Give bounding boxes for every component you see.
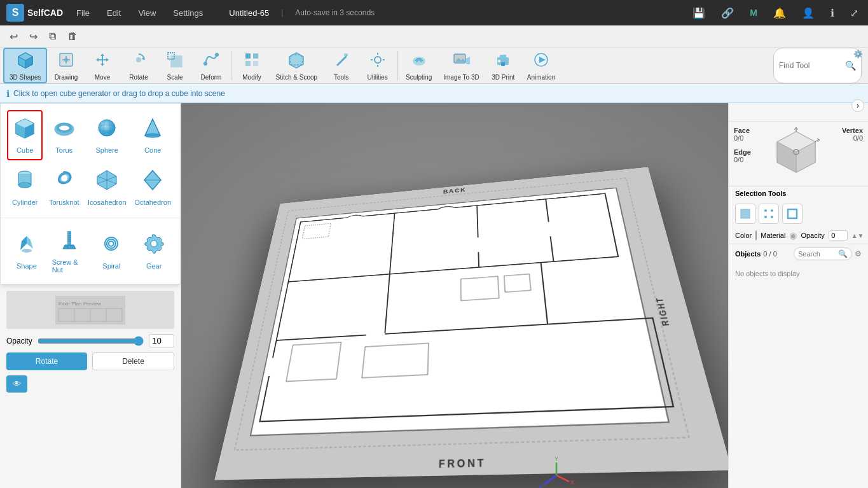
collapse-right-button[interactable]: ›: [851, 99, 864, 112]
toolbar-separator-2: [397, 51, 398, 80]
fullscreen-icon[interactable]: ⤢: [847, 7, 862, 19]
info-message: Click to open cube generator or drag to …: [13, 89, 225, 98]
cylinder-icon: [13, 169, 36, 196]
cube-icon: [13, 116, 36, 144]
toolbar-drawing[interactable]: Drawing: [48, 48, 83, 83]
find-tool-search-icon: 🔍: [845, 60, 856, 71]
shape-octahedron[interactable]: Octahedron: [132, 164, 174, 211]
shape-screwnut[interactable]: Screw & Nut: [50, 223, 89, 279]
shape-shape-icon: [15, 232, 38, 260]
objects-settings-gear[interactable]: ⚙: [855, 249, 862, 258]
sel-edge-btn[interactable]: [782, 204, 803, 224]
find-tool-search: 🔍: [773, 48, 862, 83]
shape-torusknot[interactable]: Torusknot: [46, 164, 81, 211]
shape-shape[interactable]: Shape: [7, 223, 46, 279]
viewport-bg: FRONT RIGHT BACK X Y Z: [181, 103, 728, 488]
objects-section-header: Objects 0 / 0 🔍 ⚙: [729, 244, 868, 263]
svg-rect-30: [501, 62, 505, 66]
delete-button[interactable]: 🗑: [64, 29, 81, 44]
svg-rect-7: [64, 58, 68, 62]
color-swatch[interactable]: [755, 230, 757, 241]
sphere-label: Sphere: [96, 146, 118, 154]
edge-label: Edge: [734, 148, 751, 156]
opacity-stepper[interactable]: ▲▼: [851, 232, 864, 239]
toolbar-modify[interactable]: Modify: [234, 48, 269, 83]
color-material-row: Color Material ◉ Opacity ▲▼: [729, 227, 868, 244]
menu-settings[interactable]: Settings: [169, 6, 207, 20]
notifications-icon[interactable]: 🔔: [770, 7, 789, 19]
action-buttons: Rotate Delete: [6, 352, 174, 370]
edge-value: 0/0: [734, 156, 751, 164]
advanced-shapes-grid: Shape Screw & Nut Spiral: [1, 218, 180, 284]
account-icon[interactable]: 👤: [799, 7, 818, 19]
eye-button-row: 👁: [6, 375, 174, 393]
shape-cone[interactable]: Cone: [132, 110, 174, 160]
menu-view[interactable]: View: [134, 6, 160, 20]
save-icon[interactable]: 💾: [689, 7, 708, 19]
toolbar-3dprint-label: 3D Print: [492, 74, 514, 81]
toolbar-3dprint[interactable]: 3D Print: [486, 48, 521, 83]
opacity-slider[interactable]: [38, 336, 144, 346]
viewport[interactable]: FRONT RIGHT BACK X Y Z: [181, 103, 728, 488]
svg-text:Y: Y: [555, 456, 558, 462]
right-panel: › Face 0/0 Edge 0/0: [728, 103, 868, 488]
shape-icosahedron[interactable]: Icosahedron: [85, 164, 129, 211]
svg-rect-109: [741, 209, 750, 218]
toolbar-rotate[interactable]: Rotate: [121, 48, 156, 83]
cylinder-label: Cylinder: [12, 199, 38, 206]
toolbar-move-label: Move: [95, 74, 110, 81]
menu-file[interactable]: File: [72, 6, 93, 20]
svg-point-31: [498, 60, 500, 62]
toolbar-tools[interactable]: Tools: [324, 48, 359, 83]
toolbar-scale[interactable]: Scale: [157, 48, 192, 83]
m-icon[interactable]: M: [747, 8, 761, 18]
svg-point-44: [145, 134, 160, 137]
properties-panel: Floor Plan Preview Opacity 100 Rotate De…: [0, 284, 181, 488]
blueprint-container: FRONT RIGHT BACK: [215, 167, 728, 480]
shape-cylinder[interactable]: Cylinder: [7, 164, 43, 211]
settings-gear-btn[interactable]: ⚙️: [853, 50, 863, 59]
objects-search-input[interactable]: [798, 250, 836, 258]
copy-button[interactable]: ⧉: [46, 29, 59, 44]
cube-3d-preview: [769, 127, 823, 181]
rotate-button[interactable]: Rotate: [6, 352, 87, 370]
shape-torus[interactable]: Torus: [46, 110, 81, 160]
visibility-button[interactable]: 👁: [6, 375, 27, 393]
shape-sphere[interactable]: Sphere: [85, 110, 129, 160]
face-label: Face: [734, 127, 751, 134]
toolbar-deform[interactable]: Deform: [193, 48, 228, 83]
sel-vertex-btn[interactable]: [759, 204, 779, 224]
share-icon[interactable]: 🔗: [718, 7, 737, 19]
toolbar-deform-label: Deform: [201, 74, 222, 81]
svg-point-12: [215, 53, 219, 57]
undo-button[interactable]: ↩: [6, 29, 21, 45]
toolbar-imageto3d[interactable]: Image To 3D: [438, 48, 485, 83]
no-objects-message: No objects to display: [729, 263, 868, 284]
sel-face-btn[interactable]: [735, 204, 755, 224]
svg-rect-16: [253, 61, 258, 66]
toolbar-imageto3d-label: Image To 3D: [443, 74, 479, 81]
move-icon: [93, 51, 111, 73]
toolbar-animation[interactable]: Animation: [522, 48, 560, 83]
info-icon[interactable]: ℹ: [827, 7, 837, 19]
svg-rect-114: [788, 209, 797, 218]
toolbar-stitch-label: Stitch & Scoop: [275, 74, 317, 81]
shape-gear[interactable]: Gear: [134, 223, 174, 279]
toolbar-3dshapes[interactable]: 3D Shapes: [3, 48, 47, 83]
modify-icon: [243, 51, 261, 73]
svg-rect-13: [245, 53, 251, 59]
toolbar-move[interactable]: Move: [85, 48, 120, 83]
toolbar-stitch[interactable]: Stitch & Scoop: [270, 48, 322, 83]
toolbar-sculpting[interactable]: Sculpting: [401, 48, 437, 83]
screwnut-icon: [58, 228, 81, 256]
torus-icon: [53, 116, 76, 144]
redo-button[interactable]: ↪: [26, 29, 41, 45]
toolbar-utilities[interactable]: Utilities: [360, 48, 395, 83]
find-tool-input[interactable]: [779, 61, 843, 70]
shape-spiral[interactable]: Spiral: [92, 223, 132, 279]
shape-cube[interactable]: Cube: [7, 110, 43, 160]
delete-button[interactable]: Delete: [92, 352, 174, 370]
menu-edit[interactable]: Edit: [103, 6, 125, 20]
opacity-number-input[interactable]: [829, 230, 848, 241]
opacity-value-input[interactable]: 100: [149, 334, 174, 347]
